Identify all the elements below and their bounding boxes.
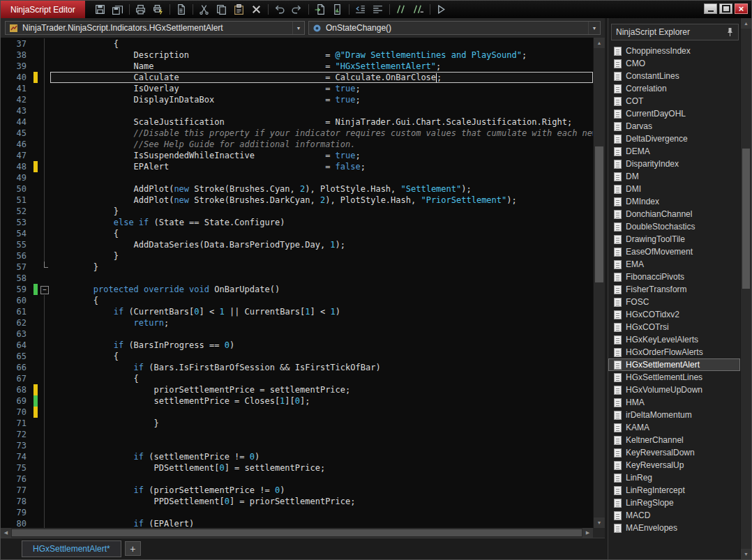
code-text[interactable]: Name = "HGxSettlementAlert"; xyxy=(50,61,593,72)
scroll-down-icon[interactable] xyxy=(594,517,605,528)
code-line[interactable]: 66 if (Bars.IsFirstBarOfSession && IsFir… xyxy=(1,362,593,373)
close-button[interactable] xyxy=(735,3,748,14)
code-text[interactable] xyxy=(50,440,593,451)
code-line[interactable]: 48 EPAlert = false; xyxy=(1,161,593,172)
explorer-item[interactable]: DeltaDivergence xyxy=(608,133,740,145)
code-text[interactable]: PDSettlement[0] = settlementPrice; xyxy=(50,462,593,474)
code-line[interactable]: 64 if (BarsInProgress == 0) xyxy=(1,340,593,351)
undo-button[interactable] xyxy=(271,3,288,17)
decrease-indent-button[interactable] xyxy=(352,3,369,17)
format-document-button[interactable] xyxy=(370,3,386,17)
code-text[interactable]: if (CurrentBars[0] < 1 || CurrentBars[1]… xyxy=(50,306,593,317)
code-line[interactable]: 46 //See Help Guide for additional infor… xyxy=(1,139,593,150)
code-text[interactable]: } xyxy=(50,206,593,217)
code-line[interactable]: 77 if (priorSettlementPrice != 0) xyxy=(1,485,593,496)
save-button[interactable] xyxy=(92,3,109,17)
scroll-up-icon[interactable] xyxy=(741,18,751,29)
code-line[interactable]: 70 xyxy=(1,407,593,418)
explorer-item[interactable]: DMI xyxy=(608,183,740,195)
redo-button[interactable] xyxy=(289,3,306,17)
minimize-button[interactable] xyxy=(704,3,717,14)
explorer-item[interactable]: DEMA xyxy=(608,145,740,158)
explorer-item[interactable]: DisparityIndex xyxy=(608,158,740,170)
analyze-file-button[interactable] xyxy=(329,3,346,17)
explorer-list[interactable]: ChoppinessIndexCMOConstantLinesCorrelati… xyxy=(608,43,740,559)
code-text[interactable]: Calculate = Calculate.OnBarClose; xyxy=(50,72,593,83)
method-selector-dropdown[interactable]: OnStateChange() xyxy=(308,21,601,35)
code-text[interactable]: { xyxy=(50,351,593,362)
code-line[interactable]: 55 AddDataSeries(Data.BarsPeriodType.Day… xyxy=(1,239,593,250)
code-line[interactable]: 49 xyxy=(1,172,593,183)
explorer-item[interactable]: EaseOfMovement xyxy=(608,245,740,258)
print-button[interactable] xyxy=(133,3,149,17)
code-line[interactable]: 47 IsSuspendedWhileInactive = true; xyxy=(1,150,593,161)
code-line[interactable]: 61 if (CurrentBars[0] < 1 || CurrentBars… xyxy=(1,306,593,317)
explorer-item[interactable]: Darvas xyxy=(608,120,740,133)
code-text[interactable] xyxy=(50,172,593,183)
explorer-item[interactable]: HGxKeyLevelAlerts xyxy=(608,333,740,346)
paste-button[interactable] xyxy=(231,3,248,17)
code-text[interactable]: } xyxy=(50,418,593,429)
comment-selection-button[interactable] xyxy=(393,3,409,17)
compile-button[interactable] xyxy=(433,3,450,17)
code-line[interactable]: 72 xyxy=(1,429,593,440)
code-text[interactable]: protected override void OnBarUpdate() xyxy=(50,284,593,295)
explorer-item[interactable]: HGxOrderFlowAlerts xyxy=(608,346,740,358)
code-text[interactable]: } xyxy=(50,250,593,262)
code-line[interactable]: 71 } xyxy=(1,418,593,429)
explorer-item[interactable]: COT xyxy=(608,95,740,107)
code-lines[interactable]: 37 {38 Description = @"Draw SettlementLi… xyxy=(1,38,593,528)
scroll-track[interactable] xyxy=(594,48,605,517)
explorer-item[interactable]: DonchianChannel xyxy=(608,208,740,220)
code-text[interactable]: AddPlot(new Stroke(Brushes.DarkCyan, 2),… xyxy=(50,195,593,206)
page-setup-button[interactable] xyxy=(173,3,190,17)
code-text[interactable]: PPDSettlement[0] = priorSettlementPrice; xyxy=(50,496,593,507)
code-text[interactable]: else if (State == State.Configure) xyxy=(50,217,593,228)
explorer-item[interactable]: FibonacciPivots xyxy=(608,271,740,283)
pin-icon[interactable] xyxy=(726,27,734,37)
cut-button[interactable] xyxy=(196,3,213,17)
explorer-item[interactable]: ChoppinessIndex xyxy=(608,45,740,57)
scroll-thumb[interactable] xyxy=(595,146,603,282)
explorer-item[interactable]: Correlation xyxy=(608,82,740,95)
explorer-item[interactable]: DrawingToolTile xyxy=(608,233,740,245)
scroll-track[interactable] xyxy=(741,29,751,549)
code-text[interactable] xyxy=(50,429,593,440)
code-line[interactable]: 37 { xyxy=(1,38,593,50)
explorer-item[interactable]: MAEnvelopes xyxy=(608,522,740,534)
code-line[interactable]: 68 priorSettlementPrice = settlementPric… xyxy=(1,384,593,395)
uncomment-selection-button[interactable] xyxy=(410,3,427,17)
explorer-item[interactable]: DM xyxy=(608,170,740,183)
save-all-button[interactable] xyxy=(110,3,126,17)
explorer-item[interactable]: CMO xyxy=(608,57,740,70)
code-text[interactable]: if (settlementPrice != 0) xyxy=(50,451,593,462)
code-line[interactable]: 50 AddPlot(new Stroke(Brushes.Cyan, 2), … xyxy=(1,183,593,195)
code-line[interactable]: 40 Calculate = Calculate.OnBarClose; xyxy=(1,72,593,83)
code-line[interactable]: 58 xyxy=(1,273,593,284)
explorer-item[interactable]: LinReg xyxy=(608,471,740,484)
code-text[interactable]: AddPlot(new Stroke(Brushes.Cyan, 2), Plo… xyxy=(50,183,593,195)
explorer-item[interactable]: LinRegIntercept xyxy=(608,484,740,497)
editor-vertical-scrollbar[interactable] xyxy=(593,38,605,528)
code-text[interactable] xyxy=(50,328,593,340)
code-line[interactable]: 44 ScaleJustification = NinjaTrader.Gui.… xyxy=(1,116,593,128)
delete-button[interactable] xyxy=(248,3,265,17)
code-text[interactable]: DisplayInDataBox = true; xyxy=(50,94,593,105)
scroll-thumb[interactable] xyxy=(12,529,582,536)
code-text[interactable]: } xyxy=(50,262,593,273)
explorer-item[interactable]: DMIndex xyxy=(608,195,740,208)
code-line[interactable]: 43 xyxy=(1,105,593,116)
code-text[interactable]: if (EPAlert) xyxy=(50,518,593,528)
new-tab-button[interactable]: + xyxy=(125,541,141,556)
editor-horizontal-scrollbar[interactable] xyxy=(1,528,605,538)
code-line[interactable]: 76 xyxy=(1,474,593,485)
code-text[interactable]: { xyxy=(50,373,593,384)
code-text[interactable]: IsSuspendedWhileInactive = true; xyxy=(50,150,593,161)
code-text[interactable] xyxy=(50,474,593,485)
code-text[interactable]: AddDataSeries(Data.BarsPeriodType.Day, 1… xyxy=(50,239,593,250)
code-text[interactable]: return; xyxy=(50,317,593,328)
maximize-button[interactable] xyxy=(719,3,732,14)
code-line[interactable]: 56 } xyxy=(1,250,593,262)
scroll-down-icon[interactable] xyxy=(741,549,751,559)
explorer-item[interactable]: KAMA xyxy=(608,421,740,434)
